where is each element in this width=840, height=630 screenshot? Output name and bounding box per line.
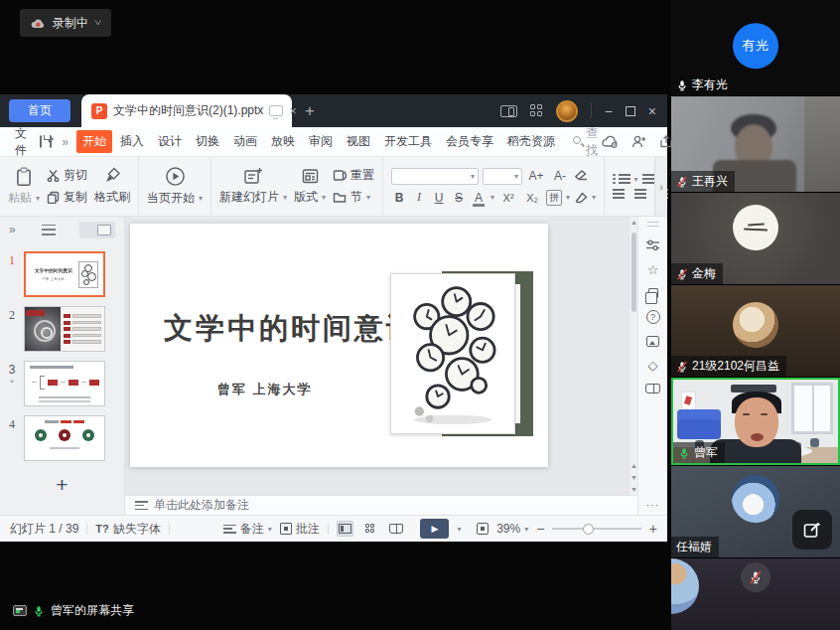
reset-button[interactable]: 重置 — [333, 167, 374, 184]
reading-view-button[interactable] — [387, 521, 405, 537]
menu-slideshow[interactable]: 放映 — [265, 130, 301, 153]
menu-file[interactable]: 文件 — [15, 125, 27, 159]
animation-star-icon[interactable]: ☆ — [647, 263, 659, 276]
zoom-out-button[interactable]: − — [536, 521, 544, 537]
menu-member[interactable]: 会员专享 — [440, 130, 499, 153]
underline-button[interactable]: U — [431, 191, 447, 205]
notes-bar[interactable]: 单击此处添加备注 — [125, 495, 637, 515]
outline-view-icon[interactable] — [42, 225, 56, 236]
present-mode-icon[interactable] — [269, 105, 283, 116]
play-options-caret[interactable]: ▾ — [457, 525, 461, 534]
strikethrough-button[interactable]: S — [451, 191, 467, 205]
cloud-sync-icon[interactable] — [602, 135, 619, 148]
menu-insert[interactable]: 插入 — [114, 130, 150, 153]
phonetic-guide-button[interactable]: 拼 — [546, 190, 562, 206]
participant-tile-partial[interactable] — [671, 558, 840, 630]
add-slide-button[interactable]: + — [56, 474, 68, 495]
slide-sorter-view-button[interactable] — [361, 521, 379, 537]
annotate-button[interactable] — [792, 510, 832, 550]
slide-layout-button[interactable]: 版式▾ — [294, 167, 326, 206]
drag-handle-icon[interactable] — [647, 222, 659, 227]
slideshow-play-button[interactable]: ▶ — [420, 519, 449, 539]
italic-button[interactable]: I — [411, 190, 427, 205]
play-from-current-button[interactable]: 当页开始▾ — [147, 166, 203, 207]
align-left-icon[interactable] — [613, 189, 625, 191]
zoom-slider[interactable] — [552, 523, 640, 535]
highlight-pen-icon[interactable] — [574, 192, 588, 204]
help-icon[interactable]: ? — [646, 310, 660, 324]
menu-review[interactable]: 审阅 — [303, 130, 339, 153]
comments-button[interactable]: 批注 — [280, 521, 320, 538]
format-painter-button[interactable]: 格式刷 — [94, 167, 130, 206]
recording-indicator[interactable]: 录制中 ˅ — [20, 9, 111, 37]
slide-thumbnail-item-4[interactable]: 4 — [0, 415, 124, 461]
search-box[interactable]: 查找 — [573, 125, 602, 159]
tab-close-icon[interactable]: × — [289, 104, 297, 117]
numbered-list-icon[interactable] — [642, 174, 654, 176]
split-view-icon[interactable] — [500, 105, 517, 117]
notes-placeholder[interactable]: 单击此处添加备注 — [154, 497, 249, 514]
chevron-down-icon[interactable]: ˅ — [94, 18, 101, 28]
resource-diamond-icon[interactable]: ◇ — [648, 359, 658, 372]
image-tool-icon[interactable] — [646, 336, 659, 347]
document-tab[interactable]: P 文学中的时间意识(2)(1).pptx × — [81, 94, 292, 127]
bold-button[interactable]: B — [391, 191, 407, 205]
scrollbar-thumb[interactable] — [631, 233, 636, 312]
clear-format-icon[interactable] — [574, 170, 589, 182]
zoom-slider-knob[interactable] — [583, 524, 594, 535]
zoom-level[interactable]: 39%▾ — [496, 522, 528, 536]
normal-view-button[interactable] — [337, 521, 354, 537]
participant-tile-jinmei[interactable]: 金梅 — [671, 193, 840, 284]
notes-button[interactable]: 备注▾ — [223, 521, 272, 538]
slide-thumbnail[interactable] — [24, 415, 105, 461]
vertical-scrollbar[interactable]: ▲ ▲ ▼ ▼ — [629, 217, 637, 495]
current-slide[interactable]: 文学中的时间意识 曾军 上海大学 — [130, 224, 548, 467]
participant-tile-renfujing[interactable]: 任福婧 — [671, 466, 840, 557]
copy-button[interactable]: 复制 — [47, 189, 87, 206]
menu-animation[interactable]: 动画 — [227, 130, 263, 153]
home-tab-button[interactable]: 首页 — [9, 99, 70, 122]
font-size-combo[interactable]: ▾ — [483, 168, 522, 185]
slide-thumbnail-item-2[interactable]: 2 — [0, 306, 124, 352]
slide-thumbnail-selected[interactable]: 文学中的时间意识 曾军 上海大学 — [24, 251, 105, 297]
participant-tile-zengjun-speaking[interactable]: 曾军 — [671, 378, 840, 465]
output-icon[interactable] — [50, 135, 52, 148]
menu-resources[interactable]: 稻壳资源 — [501, 130, 561, 153]
menu-home[interactable]: 开始 — [76, 130, 112, 153]
fit-slide-icon[interactable] — [477, 523, 489, 535]
more-tools-icon[interactable]: ··· — [646, 499, 660, 511]
participant-tile-hechangyi[interactable]: 21级2102何昌益 — [671, 285, 840, 377]
slide-thumbnail-item-1[interactable]: 1 文学中的时间意识 曾军 上海大学 — [0, 251, 124, 297]
menu-devtools[interactable]: 开发工具 — [378, 130, 438, 153]
shrink-font-button[interactable]: A- — [550, 169, 570, 183]
ribbon-expand-strip[interactable]: › — [654, 157, 667, 216]
cut-button[interactable]: 剪切 — [47, 167, 87, 184]
grow-font-button[interactable]: A+ — [526, 169, 546, 183]
more-tools-icon[interactable]: » — [62, 135, 69, 149]
clock-head-image[interactable] — [390, 273, 515, 434]
subscript-button[interactable]: X₂ — [522, 192, 542, 204]
slide-thumbnail[interactable] — [24, 361, 105, 406]
expand-panel-icon[interactable]: » — [9, 223, 16, 236]
missing-font-button[interactable]: T? 缺失字体 — [95, 521, 160, 538]
font-color-button[interactable]: A — [471, 191, 487, 205]
font-name-combo[interactable]: ▾ — [391, 168, 479, 185]
slide-view-toggle[interactable] — [79, 222, 115, 238]
slide-thumbnail-item-3[interactable]: 3 * — [0, 361, 124, 406]
save-icon[interactable] — [40, 135, 42, 148]
menu-transition[interactable]: 切换 — [190, 130, 225, 153]
maximize-button[interactable] — [626, 106, 635, 116]
close-button[interactable]: × — [648, 104, 656, 118]
slide-thumbnail[interactable] — [24, 306, 105, 352]
superscript-button[interactable]: X² — [498, 192, 518, 204]
bullet-list-icon[interactable] — [613, 174, 630, 185]
apps-grid-icon[interactable] — [530, 104, 543, 117]
reference-book-icon[interactable] — [645, 384, 660, 394]
section-button[interactable]: 节▾ — [333, 189, 374, 206]
align-center-icon[interactable] — [634, 189, 646, 191]
slide-title[interactable]: 文学中的时间意识 — [164, 309, 418, 349]
menu-design[interactable]: 设计 — [152, 130, 188, 153]
duplicate-slide-icon[interactable] — [648, 288, 658, 298]
slide-canvas[interactable]: 文学中的时间意识 曾军 上海大学 — [125, 217, 637, 495]
zoom-in-button[interactable]: + — [649, 521, 657, 537]
